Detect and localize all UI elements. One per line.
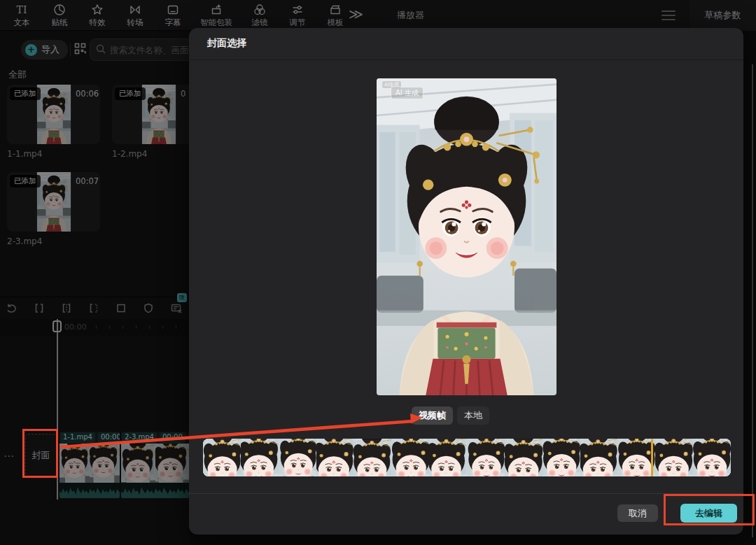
cover-source-tabs: 视频帧 本地: [412, 406, 489, 425]
divider: [189, 59, 743, 60]
cover-preview-image: [377, 78, 556, 395]
tab-video-frame[interactable]: 视频帧: [412, 406, 453, 425]
cancel-button[interactable]: 取消: [617, 504, 658, 522]
filmstrip-playhead[interactable]: [651, 439, 653, 476]
tab-local[interactable]: 本地: [457, 406, 489, 425]
ai-generated-badge-large: AI 生成: [391, 87, 424, 99]
go-edit-button[interactable]: 去编辑: [680, 504, 737, 523]
cover-preview: AI生成 AI 生成: [377, 78, 556, 395]
app-window: TI 文本 贴纸 特效 转场 字幕 智能包装: [0, 0, 756, 545]
divider: [189, 493, 743, 494]
dialog-title: 封面选择: [207, 37, 246, 50]
scrollbar[interactable]: [752, 64, 753, 537]
cover-selection-dialog: 封面选择 AI生成 AI 生成 视频帧 本地: [189, 28, 743, 535]
